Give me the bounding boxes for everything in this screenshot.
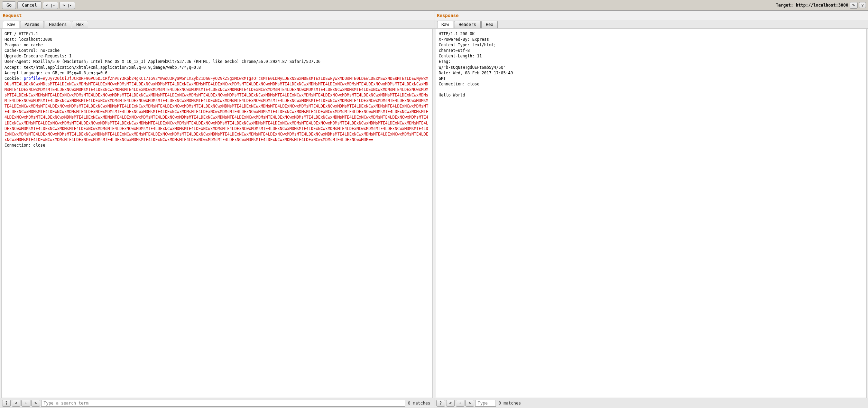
tab-request-params[interactable]: Params bbox=[20, 21, 44, 28]
request-matches-count: 0 matches bbox=[406, 401, 432, 406]
request-search-help[interactable]: ? bbox=[2, 400, 11, 407]
response-panel-title: Response bbox=[437, 13, 866, 18]
cancel-button[interactable]: Cancel bbox=[17, 1, 41, 9]
request-content[interactable]: GET / HTTP/1.1 Host: localhost:3000 Prag… bbox=[1, 29, 433, 398]
main-content: Request Raw Params Headers Hex GET / HTT… bbox=[0, 11, 868, 408]
request-text-normal-top: GET / HTTP/1.1 Host: localhost:3000 Prag… bbox=[4, 31, 321, 81]
response-search-bar: ? < + > 0 matches bbox=[434, 398, 868, 408]
response-search-help[interactable]: ? bbox=[436, 400, 445, 407]
response-panel-header: Response bbox=[434, 11, 868, 20]
edit-target-button[interactable]: ✎ bbox=[850, 2, 858, 9]
tab-response-headers[interactable]: Headers bbox=[454, 21, 481, 28]
tab-response-hex[interactable]: Hex bbox=[481, 21, 498, 28]
tab-request-hex[interactable]: Hex bbox=[72, 21, 89, 28]
response-panel: Response Raw Headers Hex HTTP/1.1 200 OK… bbox=[434, 11, 868, 408]
tab-response-raw[interactable]: Raw bbox=[437, 21, 454, 28]
request-cookie-value: eyJyY20iOiJfJCRORF9GVU5DJCRfZnVuY3Rpb24g… bbox=[4, 76, 428, 142]
request-panel-title: Request bbox=[3, 13, 431, 18]
request-panel-header: Request bbox=[0, 11, 434, 20]
request-cookie-name: profile bbox=[24, 76, 40, 81]
tab-request-headers[interactable]: Headers bbox=[45, 21, 71, 28]
response-content[interactable]: HTTP/1.1 200 OK X-Powered-By: Express Co… bbox=[436, 29, 867, 398]
target-label: Target: http://localhost:3000 bbox=[776, 3, 848, 8]
response-search-input[interactable] bbox=[475, 400, 496, 407]
request-search-next[interactable]: > bbox=[31, 400, 40, 407]
request-search-prev[interactable]: < bbox=[12, 400, 20, 407]
toolbar: Go Cancel < |▾ > |▾ Target: http://local… bbox=[0, 0, 868, 11]
target-info: Target: http://localhost:3000 ✎ ? bbox=[776, 2, 866, 9]
response-matches-count: 0 matches bbox=[497, 401, 522, 406]
response-search-add[interactable]: + bbox=[456, 400, 464, 407]
request-equals: = bbox=[40, 76, 43, 81]
tab-request-raw[interactable]: Raw bbox=[3, 21, 19, 28]
help-button[interactable]: ? bbox=[859, 2, 866, 8]
response-search-next[interactable]: > bbox=[465, 400, 474, 407]
request-text-normal-end: Connection: close bbox=[4, 143, 45, 148]
request-search-bar: ? < + > 0 matches bbox=[0, 398, 434, 408]
nav-fwd-button[interactable]: > |▾ bbox=[59, 2, 75, 9]
request-tabs: Raw Params Headers Hex bbox=[0, 20, 434, 29]
request-search-add[interactable]: + bbox=[21, 400, 30, 407]
response-tabs: Raw Headers Hex bbox=[434, 20, 868, 29]
go-button[interactable]: Go bbox=[2, 1, 16, 9]
request-panel: Request Raw Params Headers Hex GET / HTT… bbox=[0, 11, 434, 408]
nav-back-button[interactable]: < |▾ bbox=[43, 2, 58, 9]
request-search-input[interactable] bbox=[41, 400, 406, 407]
response-search-prev[interactable]: < bbox=[446, 400, 455, 407]
